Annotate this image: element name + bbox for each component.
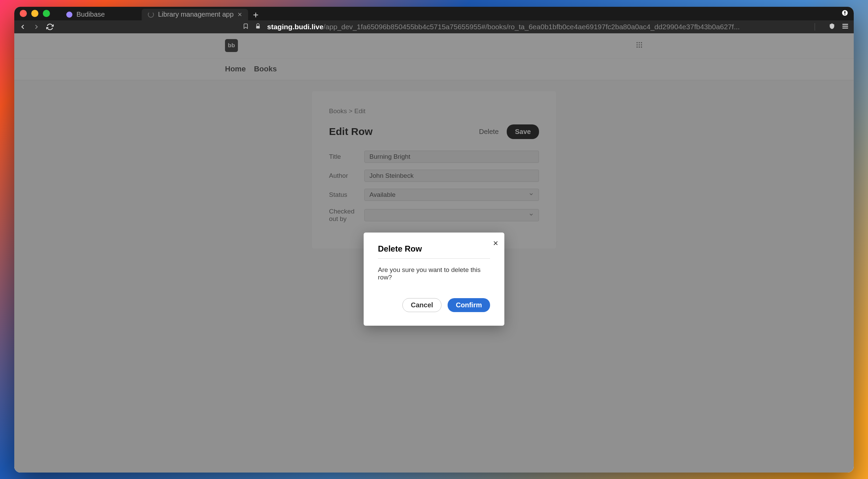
traffic-lights — [20, 10, 50, 17]
extension-icon[interactable] — [841, 10, 848, 18]
hamburger-menu-icon[interactable] — [841, 22, 849, 31]
svg-rect-2 — [844, 14, 845, 15]
url-host: staging.budi.live — [267, 23, 324, 31]
back-button[interactable] — [19, 23, 27, 31]
bookmark-icon[interactable] — [243, 23, 249, 31]
viewport: bb Home Books Books > Edit Edit Row Dele… — [14, 33, 854, 473]
lock-icon[interactable] — [255, 23, 261, 31]
tab-label: Library management app — [158, 11, 233, 18]
title-bar: Budibase Library management app × + — [14, 7, 854, 20]
modal-overlay[interactable]: × Delete Row Are you sure you want to de… — [14, 33, 854, 473]
tab-budibase[interactable]: Budibase — [60, 9, 142, 20]
new-tab-button[interactable]: + — [248, 10, 263, 20]
shield-icon[interactable] — [829, 23, 835, 31]
loading-spinner-icon — [148, 12, 154, 18]
browser-window: Budibase Library management app × + — [14, 7, 854, 473]
tab-label: Budibase — [76, 11, 105, 18]
window-maximize-button[interactable] — [43, 10, 50, 17]
url-divider — [815, 23, 815, 31]
favicon-icon — [66, 12, 72, 18]
close-icon[interactable]: × — [493, 239, 498, 247]
window-close-button[interactable] — [20, 10, 27, 17]
reload-button[interactable] — [46, 23, 54, 31]
delete-modal: × Delete Row Are you sure you want to de… — [364, 233, 504, 326]
modal-title: Delete Row — [378, 244, 490, 259]
url-text[interactable]: staging.budi.live/app_dev_1fa65096b85045… — [267, 23, 805, 31]
modal-body: Are you sure you want to delete this row… — [378, 266, 490, 281]
cancel-button[interactable]: Cancel — [402, 298, 442, 312]
confirm-button[interactable]: Confirm — [448, 298, 490, 312]
forward-button[interactable] — [33, 23, 40, 31]
tab-library-app[interactable]: Library management app × — [142, 9, 248, 20]
tab-close-icon[interactable]: × — [238, 10, 242, 19]
modal-footer: Cancel Confirm — [378, 298, 490, 312]
window-minimize-button[interactable] — [31, 10, 38, 17]
tabs-row: Budibase Library management app × + — [60, 7, 841, 20]
svg-rect-3 — [256, 26, 260, 29]
svg-rect-1 — [844, 11, 845, 14]
url-bar: staging.budi.live/app_dev_1fa65096b85045… — [14, 20, 854, 33]
url-path: /app_dev_1fa65096b850455bb4c5715a7565595… — [324, 23, 740, 31]
